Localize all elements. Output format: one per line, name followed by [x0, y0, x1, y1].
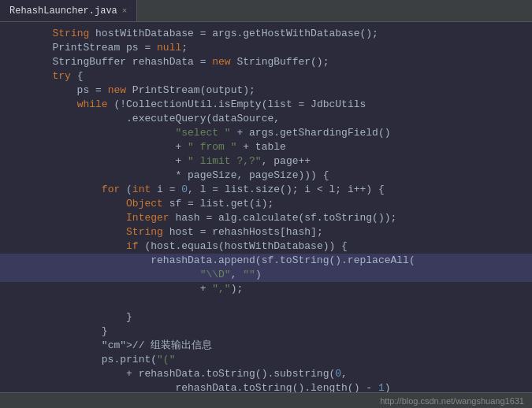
code-line: if (host.equals(hostWithDatabase)) {	[0, 239, 355, 254]
status-url: http://blog.csdn.net/wangshuang1631	[380, 396, 524, 406]
tab-bar: RehashLauncher.java ×	[0, 0, 532, 22]
code-line: + " limit ?,?", page++	[0, 154, 318, 169]
window: RehashLauncher.java × String hostWithDat…	[0, 0, 532, 408]
table-row: "\\D", "")	[0, 268, 532, 282]
tab-label: RehashLauncher.java	[9, 6, 117, 17]
table-row: ps.print("("	[0, 353, 532, 367]
table-row: "cm">// 组装输出信息	[0, 339, 532, 353]
code-area[interactable]: String hostWithDatabase = args.getHostWi…	[0, 22, 532, 392]
table-row: }	[0, 325, 532, 339]
code-line: }	[0, 310, 140, 325]
code-line: "\\D", "")	[0, 268, 270, 282]
code-line: ps = new PrintStream(output);	[0, 83, 263, 98]
code-line: StringBuffer rehashData = new StringBuff…	[0, 55, 337, 69]
table-row: String hostWithDatabase = args.getHostWi…	[0, 27, 532, 41]
table-row: rehashData.toString().length() - 1)	[0, 381, 532, 392]
code-line: + ",");	[0, 282, 251, 296]
table-row: + " limit ?,?", page++	[0, 154, 532, 169]
code-line: String hostWithDatabase = args.getHostWi…	[0, 27, 386, 41]
code-line: "select " + args.getShardingField()	[0, 126, 399, 140]
active-tab[interactable]: RehashLauncher.java ×	[0, 0, 137, 21]
code-line: try {	[0, 69, 91, 83]
code-line: .executeQuery(dataSource,	[0, 112, 288, 126]
status-bar: http://blog.csdn.net/wangshuang1631	[0, 392, 532, 408]
table-row: .executeQuery(dataSource,	[0, 112, 532, 126]
table-row: "select " + args.getShardingField()	[0, 126, 532, 140]
code-line: String host = rehashHosts[hash];	[0, 225, 331, 239]
code-line: while (!CollectionUtil.isEmpty(list = Jd…	[0, 98, 374, 112]
table-row: + rehashData.toString().substring(0,	[0, 367, 532, 381]
table-row: StringBuffer rehashData = new StringBuff…	[0, 55, 532, 69]
code-line: + " from " + table	[0, 140, 294, 154]
table-row: while (!CollectionUtil.isEmpty(list = Jd…	[0, 98, 532, 112]
code-line: PrintStream ps = null;	[0, 41, 195, 55]
table-row: PrintStream ps = null;	[0, 41, 532, 55]
table-row: try {	[0, 69, 532, 83]
table-row: Object sf = list.get(i);	[0, 197, 532, 211]
editor: String hostWithDatabase = args.getHostWi…	[0, 22, 532, 392]
table-row: Integer hash = alg.calculate(sf.toString…	[0, 211, 532, 225]
table-row	[0, 296, 532, 310]
table-row: rehashData.append(sf.toString().replaceA…	[0, 254, 532, 268]
table-row: if (host.equals(hostWithDatabase)) {	[0, 239, 532, 254]
table-row: + ",");	[0, 282, 532, 296]
code-line: + rehashData.toString().substring(0,	[0, 367, 355, 381]
close-icon[interactable]: ×	[122, 6, 128, 16]
code-line: rehashData.toString().length() - 1)	[0, 381, 399, 392]
code-line: "cm">// 组装输出信息	[0, 339, 220, 353]
table-row: * pageSize, pageSize))) {	[0, 169, 532, 183]
code-line: ps.print("("	[0, 353, 183, 367]
code-line: * pageSize, pageSize))) {	[0, 169, 337, 183]
code-line: }	[0, 325, 116, 339]
code-line: Object sf = list.get(i);	[0, 197, 281, 211]
table-row: for (int i = 0, l = list.size(); i < l; …	[0, 183, 532, 197]
table-row: ps = new PrintStream(output);	[0, 83, 532, 98]
table-row: + " from " + table	[0, 140, 532, 154]
table-row: }	[0, 310, 532, 325]
table-row: String host = rehashHosts[hash];	[0, 225, 532, 239]
code-line: Integer hash = alg.calculate(sf.toString…	[0, 211, 404, 225]
code-line: rehashData.append(sf.toString().replaceA…	[0, 254, 423, 268]
code-line: for (int i = 0, l = list.size(); i < l; …	[0, 183, 392, 197]
